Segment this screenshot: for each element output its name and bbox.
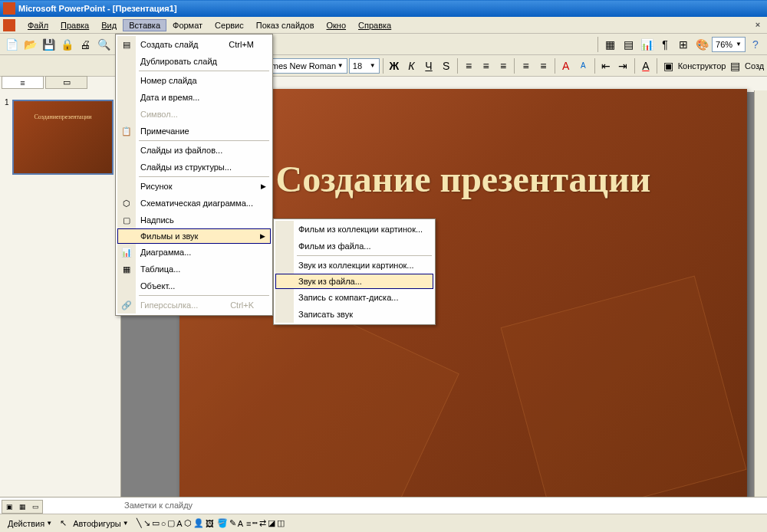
menu-slideshow[interactable]: Показ слайдов <box>250 19 321 31</box>
shadow-style-icon[interactable]: ◪ <box>268 518 275 528</box>
textbox-icon[interactable]: ▢ <box>167 518 175 528</box>
3d-style-icon[interactable]: ◫ <box>277 518 285 528</box>
mi-object[interactable]: Объект... <box>117 277 271 294</box>
slide-title-text[interactable]: Создание презентации <box>275 158 650 200</box>
textbox-icon: ▢ <box>120 214 133 226</box>
picture-icon[interactable]: 🖼 <box>206 519 214 528</box>
mi-duplicate-slide[interactable]: Дублировать слайд <box>117 53 271 70</box>
mi-movie-gallery[interactable]: Фильм из коллекции картинок... <box>275 221 433 238</box>
save-icon[interactable]: 💾 <box>40 36 57 53</box>
autoshapes-menu[interactable]: Автофигуры▼ <box>68 517 133 530</box>
bold-button[interactable]: Ж <box>387 57 403 74</box>
close-document-button[interactable]: × <box>752 20 764 31</box>
normal-view-icon[interactable]: ▣ <box>3 501 15 512</box>
dash-style-icon[interactable]: ┅ <box>252 518 258 528</box>
align-center-icon[interactable]: ≡ <box>478 57 494 74</box>
table-icon: ▦ <box>120 263 133 275</box>
sorter-view-icon[interactable]: ▦ <box>16 501 28 512</box>
mi-slides-from-outline[interactable]: Слайды из структуры... <box>117 159 271 176</box>
mi-comment[interactable]: 📋Примечание <box>117 123 271 140</box>
numbering-icon[interactable]: ≡ <box>518 57 534 74</box>
underline-button[interactable]: Ч <box>421 57 437 74</box>
design-icon[interactable]: ▣ <box>660 57 676 74</box>
mi-new-slide[interactable]: ▤Создать слайдCtrl+M <box>117 36 271 53</box>
menu-insert[interactable]: Вставка <box>123 19 166 31</box>
show-hide-icon[interactable]: ¶ <box>657 36 673 53</box>
shadow-button[interactable]: S <box>438 57 454 74</box>
italic-button[interactable]: К <box>403 57 420 74</box>
new-slide-icon[interactable]: ▤ <box>727 57 743 74</box>
mi-diagram[interactable]: ⬡Схематическая диаграмма... <box>117 195 271 212</box>
wordart-icon[interactable]: A <box>176 519 182 528</box>
clipart-icon[interactable]: 👤 <box>193 518 204 528</box>
zoom-combo[interactable]: 76%▼ <box>712 37 746 52</box>
slideshow-view-icon[interactable]: ▭ <box>29 501 41 512</box>
new-icon[interactable]: 📄 <box>3 36 20 53</box>
align-right-icon[interactable]: ≡ <box>495 57 512 74</box>
color-icon[interactable]: 🎨 <box>693 36 710 53</box>
mi-chart[interactable]: 📊Диаграмма... <box>117 244 271 261</box>
mi-slide-number[interactable]: Номер слайда <box>117 72 271 89</box>
decrease-font-icon[interactable]: A <box>575 57 591 74</box>
mi-movies-sound[interactable]: Фильмы и звук▶ <box>117 228 271 244</box>
slide-number: 1 <box>5 98 9 107</box>
chart-icon[interactable]: 📊 <box>638 36 655 53</box>
rectangle-icon[interactable]: ▭ <box>152 518 160 528</box>
menu-file[interactable]: Файл <box>21 19 54 31</box>
actions-menu[interactable]: Действия▼ <box>3 517 57 530</box>
mi-slides-from-files[interactable]: Слайды из файлов... <box>117 142 271 159</box>
line-style-icon[interactable]: ≡ <box>246 519 251 528</box>
mi-symbol: Символ... <box>117 106 271 123</box>
designer-label[interactable]: Конструктор <box>678 61 726 71</box>
select-icon[interactable]: ↖ <box>60 518 67 528</box>
slide-thumbnail[interactable]: Созданиепрезентации <box>12 100 114 175</box>
font-name-combo[interactable]: Times New Roman▼ <box>261 58 347 74</box>
mi-date-time[interactable]: Дата и время... <box>117 89 271 106</box>
align-left-icon[interactable]: ≡ <box>461 57 477 74</box>
mi-cd-audio[interactable]: Запись с компакт-диска... <box>275 289 433 306</box>
menu-edit[interactable]: Правка <box>54 19 95 31</box>
show-grid-icon[interactable]: ⊞ <box>675 36 692 53</box>
arrow-style-icon[interactable]: ⇄ <box>259 518 266 528</box>
line-icon[interactable]: ╲ <box>137 518 142 528</box>
oval-icon[interactable]: ○ <box>161 519 166 528</box>
diagram-icon[interactable]: ⬡ <box>184 518 192 528</box>
mi-sound-file[interactable]: Звук из файла... <box>275 274 433 289</box>
permission-icon[interactable]: 🔒 <box>58 36 75 53</box>
print-icon[interactable]: 🖨 <box>77 36 94 53</box>
decrease-indent-icon[interactable]: ⇤ <box>598 57 614 74</box>
increase-font-icon[interactable]: A <box>558 57 574 74</box>
help-icon[interactable]: ? <box>747 36 764 53</box>
menu-view[interactable]: Вид <box>95 19 123 31</box>
tables-borders-icon[interactable]: ▤ <box>620 36 637 53</box>
preview-icon[interactable]: 🔍 <box>95 36 112 53</box>
bullets-icon[interactable]: ≡ <box>535 57 551 74</box>
movies-sound-submenu: Фильм из коллекции картинок... Фильм из … <box>273 218 436 325</box>
arrow-icon[interactable]: ↘ <box>143 518 150 528</box>
mi-record-sound[interactable]: Записать звук <box>275 306 433 323</box>
mi-picture[interactable]: Рисунок▶ <box>117 178 271 195</box>
window-title: Microsoft PowerPoint - [Презентация1] <box>18 3 177 14</box>
fill-color-icon[interactable]: 🪣 <box>217 518 228 528</box>
font-color-icon2[interactable]: A <box>238 519 243 528</box>
font-size-combo[interactable]: 18▼ <box>349 58 380 74</box>
tab-outline[interactable]: ≡ <box>2 76 44 89</box>
mi-movie-file[interactable]: Фильм из файла... <box>275 238 433 255</box>
font-color-icon[interactable]: A <box>638 57 654 74</box>
notes-pane[interactable]: Заметки к слайду <box>0 497 767 514</box>
mi-sound-gallery[interactable]: Звук из коллекции картинок... <box>275 257 433 274</box>
vertical-scrollbar[interactable] <box>754 90 767 497</box>
menu-help[interactable]: Справка <box>352 19 397 31</box>
menu-window[interactable]: Окно <box>321 19 353 31</box>
line-color-icon[interactable]: ✎ <box>229 518 236 528</box>
menu-format[interactable]: Формат <box>166 19 209 31</box>
tab-slides[interactable]: ▭ <box>45 76 87 89</box>
mi-textbox[interactable]: ▢Надпись <box>117 212 271 228</box>
increase-indent-icon[interactable]: ⇥ <box>615 57 631 74</box>
document-icon[interactable] <box>3 19 15 31</box>
open-icon[interactable]: 📂 <box>21 36 38 53</box>
menu-tools[interactable]: Сервис <box>209 19 250 31</box>
table-icon[interactable]: ▦ <box>601 36 618 53</box>
new-slide-label[interactable]: Созд <box>745 61 764 71</box>
mi-table[interactable]: ▦Таблица... <box>117 261 271 277</box>
